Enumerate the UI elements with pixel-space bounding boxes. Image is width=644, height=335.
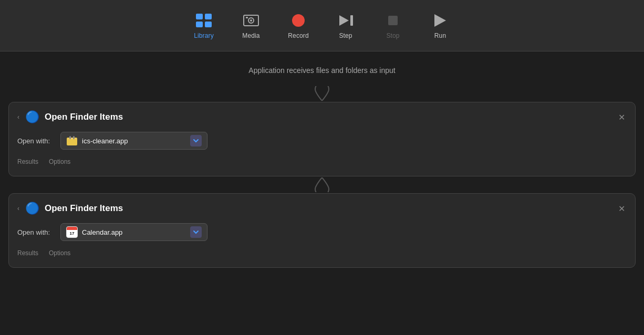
card-app-icon-1: 🔵 bbox=[25, 110, 39, 124]
card-header-1: ‹ 🔵 Open Finder Items ✕ bbox=[9, 102, 635, 130]
app-select-2[interactable]: 17 Calendar.app bbox=[60, 223, 207, 241]
svg-rect-9 bbox=[350, 15, 353, 26]
action-card-2: ‹ 🔵 Open Finder Items ✕ Open with: 17 Ca… bbox=[8, 193, 636, 268]
record-label: Record bbox=[288, 32, 308, 39]
app-name-1: ics-cleaner.app bbox=[82, 137, 186, 145]
svg-rect-0 bbox=[196, 14, 203, 19]
connector-top bbox=[0, 85, 644, 102]
open-with-label-2: Open with: bbox=[17, 228, 54, 236]
toolbar-library[interactable]: Library bbox=[180, 5, 227, 47]
run-icon bbox=[434, 12, 446, 29]
run-label: Run bbox=[434, 32, 446, 39]
card-close-1[interactable]: ✕ bbox=[616, 112, 627, 122]
svg-rect-1 bbox=[205, 14, 212, 19]
library-icon bbox=[195, 12, 212, 29]
app-icon-ics bbox=[66, 135, 78, 146]
svg-point-6 bbox=[250, 19, 252, 22]
tab-options-2[interactable]: Options bbox=[49, 249, 70, 258]
card-chevron-1[interactable]: ‹ bbox=[17, 113, 19, 121]
card-body-1: Open with: ics-cleaner.app bbox=[9, 130, 635, 176]
app-name-2: Calendar.app bbox=[82, 228, 186, 236]
card-tabs-2: Results Options bbox=[17, 246, 627, 263]
select-chevron-btn-1[interactable] bbox=[190, 135, 202, 146]
toolbar-record[interactable]: Record bbox=[275, 5, 322, 47]
record-icon bbox=[292, 12, 305, 29]
toolbar-run[interactable]: Run bbox=[417, 5, 464, 47]
svg-marker-8 bbox=[339, 15, 349, 26]
svg-rect-11 bbox=[69, 136, 71, 139]
action-card-1: ‹ 🔵 Open Finder Items ✕ Open with: bbox=[8, 102, 636, 176]
toolbar-step[interactable]: Step bbox=[322, 5, 369, 47]
card-app-icon-2: 🔵 bbox=[25, 201, 39, 216]
svg-rect-7 bbox=[246, 17, 248, 18]
app-icon-calendar: 17 bbox=[66, 226, 78, 238]
card-row-openwith-1: Open with: ics-cleaner.app bbox=[17, 132, 627, 150]
card-body-2: Open with: 17 Calendar.app bbox=[9, 221, 635, 267]
card-chevron-2[interactable]: ‹ bbox=[17, 205, 19, 212]
step-label: Step bbox=[339, 32, 352, 39]
stop-label: Stop bbox=[386, 32, 399, 39]
input-description: Application receives files and folders a… bbox=[0, 51, 644, 85]
card-header-2: ‹ 🔵 Open Finder Items ✕ bbox=[9, 194, 635, 221]
toolbar: Library Media Record Step bbox=[0, 0, 644, 51]
tab-options-1[interactable]: Options bbox=[49, 158, 70, 166]
library-label: Library bbox=[194, 32, 214, 39]
svg-rect-12 bbox=[73, 136, 75, 139]
media-icon bbox=[243, 12, 259, 29]
toolbar-media[interactable]: Media bbox=[227, 5, 275, 47]
stop-icon bbox=[388, 12, 398, 29]
app-select-1[interactable]: ics-cleaner.app bbox=[60, 132, 207, 150]
tab-results-1[interactable]: Results bbox=[17, 158, 38, 166]
card-tabs-1: Results Options bbox=[17, 155, 627, 172]
svg-rect-2 bbox=[196, 22, 203, 27]
media-label: Media bbox=[242, 32, 259, 39]
main-content: Application receives files and folders a… bbox=[0, 51, 644, 335]
step-icon bbox=[337, 12, 354, 29]
connector-middle bbox=[0, 176, 644, 193]
card-title-1: Open Finder Items bbox=[45, 112, 611, 122]
card-row-openwith-2: Open with: 17 Calendar.app bbox=[17, 223, 627, 241]
tab-results-2[interactable]: Results bbox=[17, 249, 38, 258]
select-chevron-btn-2[interactable] bbox=[190, 226, 202, 238]
svg-rect-3 bbox=[205, 22, 212, 27]
open-with-label-1: Open with: bbox=[17, 137, 54, 145]
card-close-2[interactable]: ✕ bbox=[616, 203, 627, 214]
toolbar-stop[interactable]: Stop bbox=[369, 5, 417, 47]
card-title-2: Open Finder Items bbox=[45, 203, 611, 214]
